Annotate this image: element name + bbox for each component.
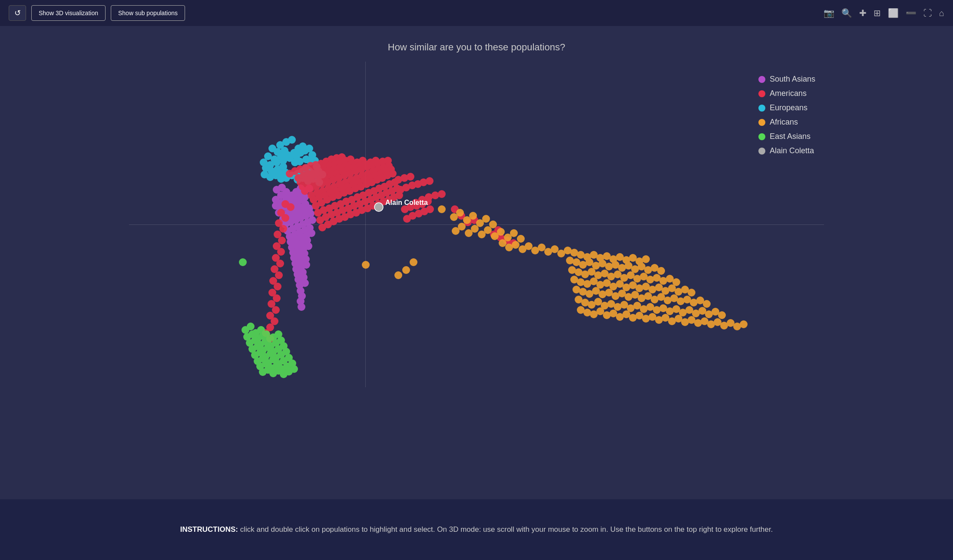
svg-point-355 [469,212,477,220]
svg-point-353 [456,209,464,217]
alain-coletta-dot[interactable] [374,203,383,211]
legend-item-alain-coletta: Alain Coletta [758,146,815,155]
south-asians-dot [758,76,765,83]
svg-point-246 [275,271,283,279]
svg-point-119 [304,242,312,250]
legend-item-africans: Africans [758,118,815,127]
africans-dot [758,119,765,126]
svg-point-244 [276,260,284,267]
svg-point-491 [596,307,604,315]
chart-container: How similar are you to these populations… [0,26,953,499]
instructions-body: click and double click on populations to… [240,525,773,534]
refresh-button[interactable]: ↺ [9,5,26,21]
svg-point-517 [410,258,417,266]
svg-point-238 [279,225,287,233]
svg-point-357 [482,215,490,223]
svg-point-351 [438,205,446,213]
africans-label: Africans [770,118,798,127]
svg-point-364 [484,226,492,234]
instructions-bold: INSTRUCTIONS: [180,525,238,534]
svg-point-368 [510,229,518,237]
svg-point-372 [512,241,520,249]
legend-item-americans: Americans [758,89,815,98]
legend: South Asians Americans Europeans African… [758,75,815,155]
svg-point-378 [551,245,559,253]
svg-point-360 [458,223,466,231]
plus-icon[interactable]: ✚ [859,8,867,18]
home-icon[interactable]: ⌂ [939,8,944,18]
alain-coletta-legend-label: Alain Coletta [770,146,814,155]
fullscreen-icon[interactable]: ⛶ [923,8,932,18]
svg-point-443 [688,289,695,296]
east-asians-label: East Asians [770,132,811,141]
alain-coletta-label: Alain Coletta [385,199,428,206]
svg-point-134 [301,279,309,287]
east-asians-dot [758,133,765,140]
grid-icon[interactable]: ⊞ [874,8,881,18]
svg-point-392 [642,255,650,263]
americans-label: Americans [770,89,807,98]
legend-item-east-asians: East Asians [758,132,815,141]
europeans-label: Europeans [770,103,807,112]
toolbar-right: 📷 🔍 ✚ ⊞ ⬜ ➖ ⛶ ⌂ [824,8,944,18]
svg-point-242 [277,248,285,256]
svg-point-128 [302,261,310,269]
svg-point-320 [407,173,414,181]
svg-point-341 [426,205,434,213]
svg-point-571 [290,365,298,373]
legend-item-south-asians: South Asians [758,75,815,84]
toolbar: ↺ Show 3D visualization Show sub populat… [0,0,953,26]
chart-area[interactable]: Alain Coletta South Asians Americans Eur… [129,62,824,387]
svg-point-362 [471,225,479,233]
svg-point-376 [538,244,546,251]
expand-icon[interactable]: ⬜ [888,8,899,18]
svg-point-369 [517,235,525,243]
svg-point-33 [291,158,299,166]
svg-point-514 [362,261,370,269]
svg-point-330 [431,191,439,199]
svg-point-138 [298,303,305,311]
svg-point-515 [394,271,402,279]
svg-point-572 [239,258,247,266]
europeans-dot [758,105,765,112]
svg-point-468 [594,298,602,306]
svg-point-234 [287,203,295,211]
scatter-plot[interactable]: Alain Coletta [129,62,824,387]
show-sub-populations-button[interactable]: Show sub populations [111,5,185,21]
svg-point-407 [657,267,665,275]
instructions-text: INSTRUCTIONS: click and double click on … [180,524,773,535]
svg-point-331 [438,190,446,198]
americans-dot [758,90,765,97]
zoom-icon[interactable]: 🔍 [841,8,852,18]
svg-point-516 [402,266,410,274]
alain-coletta-legend-dot [758,148,765,155]
chart-title: How similar are you to these populations… [388,42,565,53]
svg-point-487 [718,311,726,319]
svg-point-366 [497,228,505,236]
svg-point-252 [272,306,280,314]
show-3d-button[interactable]: Show 3D visualization [31,5,106,21]
svg-point-111 [308,229,315,237]
minus-icon[interactable]: ➖ [906,8,917,18]
camera-icon[interactable]: 📷 [824,8,834,18]
svg-point-519 [247,323,255,330]
svg-point-464 [703,300,711,308]
svg-point-3 [288,136,296,144]
svg-point-326 [426,177,433,185]
svg-point-101 [308,216,316,224]
svg-point-374 [525,242,533,250]
svg-point-248 [274,283,281,290]
svg-point-272 [389,170,397,178]
svg-point-236 [281,214,289,222]
south-asians-label: South Asians [770,75,815,84]
svg-point-513 [740,320,748,328]
toolbar-left: ↺ Show 3D visualization Show sub populat… [9,5,185,21]
legend-item-europeans: Europeans [758,103,815,112]
instructions-bar: INSTRUCTIONS: click and double click on … [0,499,953,560]
svg-point-370 [499,239,506,247]
